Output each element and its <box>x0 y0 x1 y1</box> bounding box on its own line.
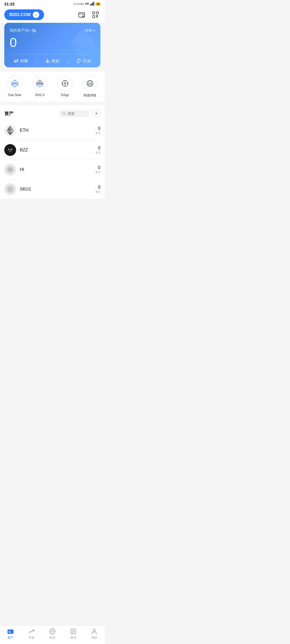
sku1-value: 0 ¥ 0 <box>96 185 100 194</box>
top-nav: 902D.COM › <box>0 7 105 23</box>
status-time: 21:22 <box>4 2 15 6</box>
hi-name: HI <box>20 167 96 172</box>
svg-rect-0 <box>90 4 91 6</box>
quick-menu: Gas Now Eth2.0 DApp <box>0 72 105 102</box>
dapp-icon <box>57 76 73 91</box>
asset-list-item[interactable]: ETH 0 ¥ 0 <box>4 121 100 140</box>
svg-rect-7 <box>93 16 95 18</box>
divider-2 <box>68 58 68 64</box>
domain-button[interactable]: 902D.COM › <box>4 9 44 20</box>
search-row: + <box>59 109 100 118</box>
scan-button[interactable] <box>91 10 100 20</box>
domain-label: 902D.COM <box>9 12 31 17</box>
bzz-name: BZZ <box>20 148 96 152</box>
svg-marker-36 <box>10 126 14 132</box>
eth-name: ETH <box>20 128 96 133</box>
nav-icon-group <box>77 10 100 20</box>
network-icon <box>90 2 95 6</box>
hd-badge: HD <box>85 2 89 5</box>
svg-rect-2 <box>92 2 93 6</box>
bzz-coin-icon <box>4 144 16 156</box>
svg-point-15 <box>79 61 81 63</box>
speed-indicator: 27.8 KB/s <box>74 3 84 5</box>
add-chain-icon: EVM <box>82 76 97 91</box>
svg-point-23 <box>64 83 66 84</box>
search-box[interactable] <box>59 110 90 117</box>
battery-icon: 18 <box>96 2 100 5</box>
assets-title: 资产 <box>4 111 13 117</box>
sku1-coin-icon <box>4 183 16 195</box>
add-wallet-button[interactable] <box>77 10 86 20</box>
gas-now-icon <box>7 76 22 91</box>
svg-rect-1 <box>91 3 92 6</box>
search-input[interactable] <box>68 112 86 116</box>
svg-marker-37 <box>7 126 10 132</box>
divider <box>37 58 37 64</box>
quick-item-dapp[interactable]: DApp <box>57 76 73 98</box>
add-asset-button[interactable]: + <box>92 109 100 118</box>
eth-coin-icon <box>4 125 16 136</box>
asset-list-item[interactable]: SKU1 0 ¥ 0 <box>4 180 100 199</box>
eth2-icon <box>32 76 47 91</box>
dapp-label: DApp <box>61 93 69 97</box>
svg-point-43 <box>11 149 12 150</box>
bottom-spacer <box>0 199 105 223</box>
svg-rect-3 <box>93 2 94 6</box>
eth2-label: Eth2.0 <box>35 93 45 97</box>
status-icons: 27.8 KB/s HD 18 <box>74 2 101 6</box>
quick-item-add-chain[interactable]: EVM 快捷加链 <box>82 76 97 98</box>
transfer-button[interactable]: 转账 <box>14 58 28 64</box>
status-bar: 21:22 27.8 KB/s HD 18 <box>0 0 105 7</box>
receive-icon <box>45 58 50 63</box>
quick-item-gas-now[interactable]: Gas Now <box>7 76 22 98</box>
assets-header: 资产 + <box>4 105 100 121</box>
svg-rect-8 <box>96 12 99 14</box>
svg-point-42 <box>8 149 9 150</box>
gas-now-label: Gas Now <box>8 93 21 97</box>
sku1-name: SKU1 <box>20 187 96 192</box>
asset-list-item[interactable]: HI 0 ¥ 0 <box>4 160 100 180</box>
hi-coin-icon <box>4 164 16 175</box>
arrow-circle-icon: › <box>33 12 39 18</box>
svg-line-33 <box>65 114 66 115</box>
svg-rect-6 <box>93 12 95 14</box>
bzz-value: 0 ¥ 0 <box>96 146 100 155</box>
eth-watermark <box>71 28 95 61</box>
add-chain-label: 快捷加链 <box>84 93 96 98</box>
asset-list-item[interactable]: BZZ 0 ¥ 0 <box>4 140 100 160</box>
search-icon <box>62 112 66 115</box>
svg-marker-12 <box>71 28 95 48</box>
svg-point-44 <box>10 151 11 152</box>
transfer-icon <box>14 58 19 63</box>
receive-button[interactable]: 收款 <box>45 58 60 64</box>
asset-card: 我的资产(¥) 详情 > 0 转账 收 <box>4 23 100 67</box>
eth-value: 0 ¥ 0 <box>96 126 100 135</box>
quick-item-eth2[interactable]: Eth2.0 <box>32 76 47 98</box>
assets-section: 资产 + ETH 0 ¥ 0 <box>0 105 105 199</box>
asset-label: 我的资产(¥) <box>10 28 36 33</box>
svg-point-38 <box>6 146 14 154</box>
hi-value: 0 ¥ 0 <box>96 165 100 174</box>
eye-icon[interactable] <box>31 29 36 32</box>
